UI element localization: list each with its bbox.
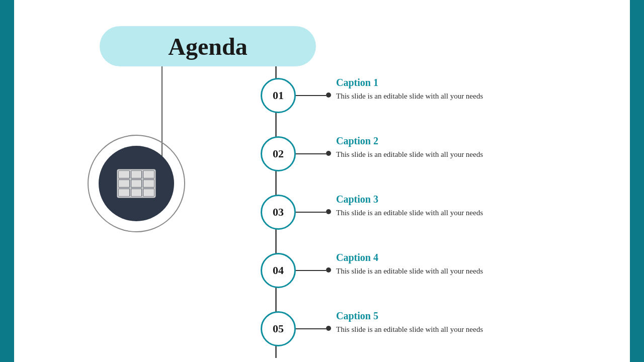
caption-area-3: Caption 3 This slide is an editable slid… <box>331 190 483 219</box>
connector-dot-4 <box>326 267 331 273</box>
timeline-item-3: 03 Caption 3 This slide is an editable s… <box>261 190 613 248</box>
svg-rect-5 <box>119 171 129 178</box>
node-circle-2: 02 <box>261 136 296 171</box>
svg-rect-11 <box>119 189 129 196</box>
connector-dot-2 <box>326 151 331 156</box>
caption-body-2: This slide is an editable slide with all… <box>336 149 483 160</box>
node-circle-4: 04 <box>261 253 296 288</box>
caption-title-3: Caption 3 <box>336 194 483 205</box>
caption-body-3: This slide is an editable slide with all… <box>336 207 483 219</box>
connector-dot-1 <box>326 93 331 98</box>
page-title: Agenda <box>168 33 247 60</box>
table-icon <box>117 169 156 198</box>
svg-rect-13 <box>143 189 154 196</box>
connector-line-3 <box>296 212 326 213</box>
caption-body-4: This slide is an editable slide with all… <box>336 265 483 277</box>
caption-title-1: Caption 1 <box>336 77 483 88</box>
main-content: Agenda <box>14 0 630 362</box>
caption-area-4: Caption 4 This slide is an editable slid… <box>331 248 483 277</box>
left-border <box>0 0 14 362</box>
svg-rect-10 <box>143 180 154 187</box>
node-circle-1: 01 <box>261 78 296 113</box>
svg-rect-7 <box>143 171 154 178</box>
connector-line-1 <box>296 95 326 96</box>
timeline-item-2: 02 Caption 2 This slide is an editable s… <box>261 131 613 190</box>
caption-title-2: Caption 2 <box>336 135 483 147</box>
timeline-container: 01 Caption 1 This slide is an editable s… <box>261 73 613 362</box>
svg-rect-12 <box>131 189 141 196</box>
timeline-item-4: 04 Caption 4 This slide is an editable s… <box>261 248 613 306</box>
caption-body-1: This slide is an editable slide with all… <box>336 90 483 102</box>
connector-line-5 <box>296 328 326 329</box>
caption-body-5: This slide is an editable slide with all… <box>336 324 483 335</box>
node-circle-3: 03 <box>261 195 296 230</box>
connector-dot-5 <box>326 326 331 331</box>
connector-line-2 <box>296 153 326 154</box>
timeline-item-1: 01 Caption 1 This slide is an editable s… <box>261 73 613 131</box>
caption-area-2: Caption 2 This slide is an editable slid… <box>331 131 483 160</box>
node-circle-5: 05 <box>261 311 296 346</box>
caption-area-1: Caption 1 This slide is an editable slid… <box>331 73 483 102</box>
svg-rect-8 <box>119 180 129 187</box>
svg-rect-6 <box>131 171 141 178</box>
icon-circle <box>99 146 174 221</box>
right-border <box>630 0 644 362</box>
timeline-item-5: 05 Caption 5 This slide is an editable s… <box>261 306 613 362</box>
caption-title-4: Caption 4 <box>336 252 483 263</box>
svg-rect-9 <box>131 180 141 187</box>
connector-line-4 <box>296 270 326 271</box>
connector-dot-3 <box>326 209 331 214</box>
left-icon-area <box>99 146 174 221</box>
title-pill: Agenda <box>100 26 316 66</box>
caption-area-5: Caption 5 This slide is an editable slid… <box>331 306 483 335</box>
caption-title-5: Caption 5 <box>336 310 483 322</box>
